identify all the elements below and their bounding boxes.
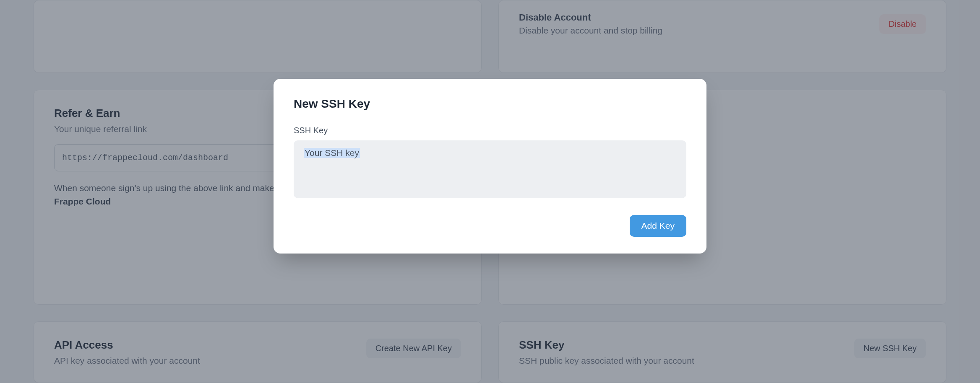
textarea-wrapper: Your SSH key	[294, 140, 686, 215]
modal-title: New SSH Key	[294, 97, 686, 111]
new-ssh-key-modal: New SSH Key SSH Key Your SSH key Add Key	[274, 79, 706, 254]
modal-label: SSH Key	[294, 126, 686, 135]
modal-actions: Add Key	[294, 215, 686, 237]
ssh-key-textarea[interactable]	[294, 140, 686, 198]
add-key-button[interactable]: Add Key	[630, 215, 686, 237]
